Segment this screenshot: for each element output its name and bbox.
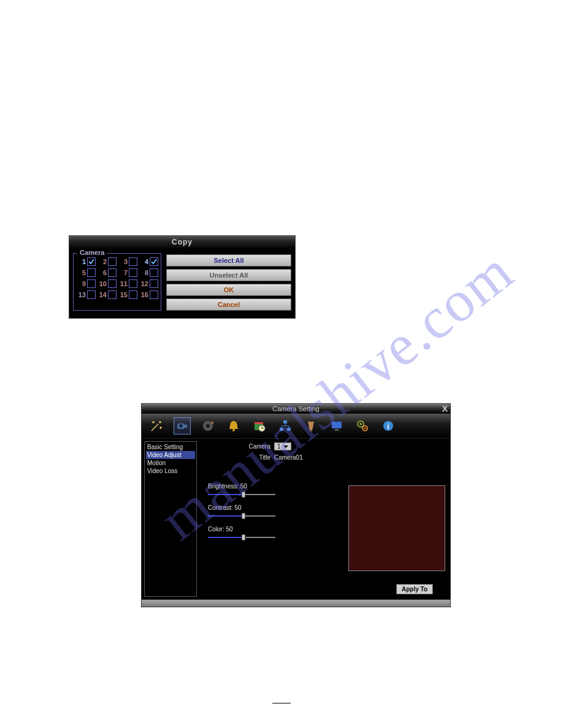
- camera-number: 15: [118, 291, 128, 298]
- camera-number: 10: [97, 280, 107, 287]
- camera-checkbox-11[interactable]: [129, 279, 137, 288]
- svg-point-28: [359, 423, 362, 425]
- camera-checkbox-9[interactable]: [87, 279, 96, 288]
- status-bar: [142, 599, 450, 607]
- svg-point-8: [206, 424, 210, 428]
- camera-cell-15: 15: [118, 290, 137, 299]
- camera-checkbox-13[interactable]: [87, 290, 96, 299]
- camera-number: 16: [139, 291, 148, 298]
- alarm-icon[interactable]: [225, 417, 242, 434]
- title-value: Camera01: [274, 454, 303, 461]
- camera-group: Camera 12345678910111213141516: [73, 253, 161, 311]
- camera-checkbox-2[interactable]: [108, 257, 117, 266]
- info-icon[interactable]: i: [380, 417, 397, 434]
- contrast-slider[interactable]: [208, 514, 275, 518]
- camera-cell-10: 10: [97, 279, 117, 288]
- camera-checkbox-16[interactable]: [150, 290, 158, 299]
- camera-number: 2: [97, 258, 107, 265]
- svg-rect-23: [310, 430, 312, 431]
- sidebar-item-motion[interactable]: Motion: [146, 459, 195, 467]
- svg-rect-26: [334, 430, 340, 431]
- svg-rect-9: [211, 422, 213, 424]
- ptz-icon[interactable]: [302, 417, 320, 434]
- camera-cell-6: 6: [97, 268, 117, 277]
- ok-button[interactable]: OK: [166, 284, 291, 296]
- svg-rect-17: [280, 428, 283, 431]
- svg-point-10: [232, 429, 235, 431]
- camera-setting-dialog: Camera Setting X i Basic SettingVideo Ad…: [141, 403, 451, 607]
- svg-rect-16: [283, 420, 287, 423]
- display-icon[interactable]: [328, 417, 345, 434]
- camera-cell-2: 2: [97, 257, 117, 266]
- camera-checkbox-5[interactable]: [87, 268, 96, 277]
- camera-cell-13: 13: [76, 290, 96, 299]
- close-icon[interactable]: X: [442, 404, 448, 414]
- camera-number: 1: [76, 258, 86, 265]
- sidebar: Basic SettingVideo AdjustMotionVideo Los…: [144, 441, 197, 597]
- camera-checkbox-15[interactable]: [129, 290, 137, 299]
- cancel-button[interactable]: Cancel: [166, 298, 291, 311]
- sidebar-item-video-loss[interactable]: Video Loss: [146, 467, 195, 475]
- record-icon[interactable]: [199, 417, 216, 434]
- camera-cell-14: 14: [97, 290, 117, 299]
- camera-checkbox-10[interactable]: [108, 279, 117, 288]
- copy-dialog-title: Copy: [69, 236, 295, 249]
- camera-number: 11: [118, 280, 128, 287]
- wizard-icon[interactable]: [148, 417, 165, 434]
- camera-number: 7: [118, 269, 128, 276]
- unselect-all-button[interactable]: Unselect All: [166, 269, 291, 281]
- camera-checkbox-6[interactable]: [108, 268, 117, 277]
- camera-number: 9: [76, 280, 86, 287]
- apply-to-button[interactable]: Apply To: [396, 584, 433, 594]
- camera-number: 13: [76, 291, 86, 298]
- camera-legend: Camera: [77, 249, 107, 256]
- svg-point-1: [159, 422, 161, 423]
- camera-cell-16: 16: [139, 290, 158, 299]
- svg-point-3: [160, 427, 161, 428]
- dialog-titlebar: Camera Setting X: [142, 404, 450, 414]
- copy-dialog: Copy Camera 12345678910111213141516 Sele…: [69, 235, 296, 319]
- camera-number: 12: [139, 280, 148, 287]
- sidebar-item-basic-setting[interactable]: Basic Setting: [146, 443, 195, 451]
- camera-cell-11: 11: [118, 279, 137, 288]
- camera-icon[interactable]: [174, 417, 191, 434]
- camera-checkbox-8[interactable]: [150, 268, 158, 277]
- system-icon[interactable]: [354, 417, 371, 434]
- page-divider: [272, 703, 291, 703]
- svg-rect-12: [255, 422, 263, 424]
- title-label: Title: [204, 454, 270, 461]
- color-slider[interactable]: [208, 535, 275, 540]
- camera-cell-9: 9: [76, 279, 96, 288]
- camera-cell-12: 12: [139, 279, 158, 288]
- camera-number: 4: [139, 258, 148, 265]
- camera-checkbox-1[interactable]: [87, 257, 96, 266]
- camera-cell-3: 3: [118, 257, 137, 266]
- camera-checkbox-3[interactable]: [129, 257, 137, 266]
- schedule-icon[interactable]: [251, 417, 268, 434]
- svg-point-30: [364, 428, 366, 430]
- camera-checkbox-7[interactable]: [129, 268, 137, 277]
- brightness-slider[interactable]: [208, 492, 275, 497]
- camera-number: 5: [76, 269, 86, 276]
- camera-checkbox-12[interactable]: [150, 279, 158, 288]
- sidebar-item-video-adjust[interactable]: Video Adjust: [146, 451, 195, 459]
- dialog-title: Camera Setting: [272, 405, 319, 412]
- camera-number: 3: [118, 258, 128, 265]
- select-all-button[interactable]: Select All: [166, 254, 291, 267]
- svg-line-0: [151, 424, 158, 431]
- network-icon[interactable]: [277, 417, 294, 434]
- camera-cell-1: 1: [76, 257, 96, 266]
- camera-checkbox-4[interactable]: [150, 257, 158, 266]
- chevron-down-icon: [283, 446, 288, 448]
- svg-point-5: [179, 424, 183, 428]
- camera-number: 14: [97, 291, 107, 298]
- camera-cell-4: 4: [139, 257, 158, 266]
- camera-number: 6: [97, 269, 107, 276]
- camera-number: 8: [139, 269, 148, 276]
- camera-checkbox-14[interactable]: [108, 290, 117, 299]
- svg-rect-24: [332, 422, 342, 428]
- camera-cell-7: 7: [118, 268, 137, 277]
- camera-cell-8: 8: [139, 268, 158, 277]
- svg-point-2: [153, 422, 154, 423]
- camera-dropdown[interactable]: 1: [274, 442, 291, 450]
